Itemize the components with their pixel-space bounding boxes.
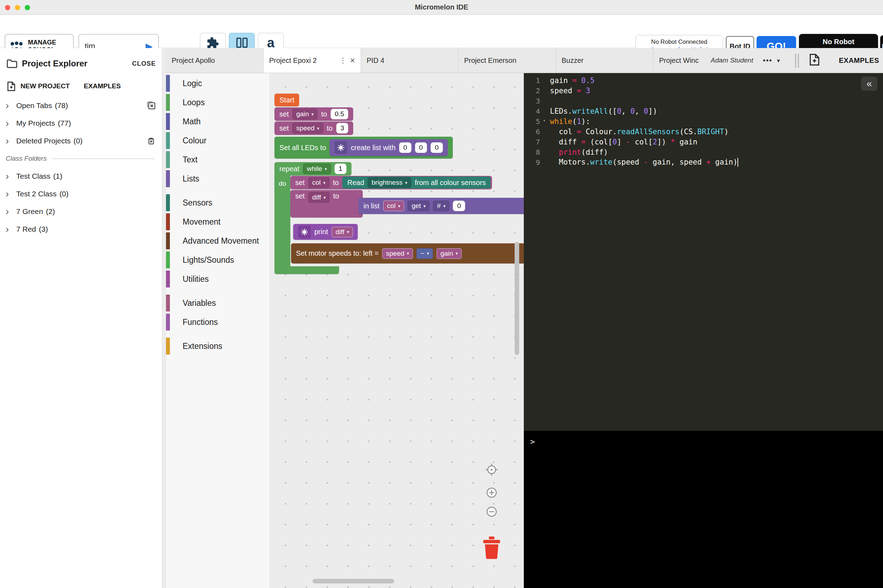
close-all-tabs-icon[interactable] — [146, 100, 156, 111]
editor-tab[interactable]: Project Epoxi 2 ⋮ × — [264, 48, 361, 73]
sidebar-item-class-folder[interactable]: › Test 2 Class (0) — [0, 185, 162, 203]
blockly-workspace[interactable]: Start set gain▾ to 0.5 set speed▾ to 3 S… — [270, 73, 524, 588]
chevron-right-icon[interactable]: › — [6, 101, 16, 111]
editor-tab[interactable]: PID 4 ⋮ × — [361, 48, 459, 73]
variable-dropdown[interactable]: diff▾ — [308, 192, 330, 203]
palette-category[interactable]: Movement — [166, 212, 270, 231]
new-tab-button[interactable] — [809, 53, 820, 68]
create-list-block[interactable]: create list with 000 — [330, 139, 448, 156]
code-line[interactable]: 7▾ diff = (col[0] - col[2]) * gain — [524, 136, 883, 147]
variable-dropdown[interactable]: col▾ — [383, 201, 405, 211]
sidebar-item-class-folder[interactable]: › 7 Red (3) — [0, 220, 162, 238]
chevron-right-icon[interactable]: › — [6, 225, 16, 234]
mutator-gear-icon[interactable] — [298, 226, 311, 238]
code-token: - — [626, 138, 635, 146]
code-line[interactable]: 5▾ while(1): — [524, 116, 883, 126]
set-gain-block[interactable]: set gain▾ to 0.5 — [274, 107, 353, 121]
tab-menu-icon[interactable]: ⋮ — [339, 56, 346, 64]
chevron-right-icon[interactable]: › — [6, 118, 16, 128]
editor-tab[interactable]: Project Winc ⋮ × — [654, 48, 706, 73]
repeat-while-block[interactable]: repeat while▾ 1 — [274, 162, 351, 176]
editor-tab[interactable]: Project Emerson ⋮ × — [459, 48, 556, 73]
print-block[interactable]: print diff▾ — [293, 224, 358, 240]
editor-tab[interactable]: Buzzer ⋮ × — [556, 48, 654, 73]
sidebar-item-my-projects[interactable]: › My Projects (77) — [0, 114, 162, 132]
set-diff-block[interactable]: set diff▾ to in list col▾ get▾ #▾ 0 — [290, 190, 363, 218]
list-op-dropdown[interactable]: get▾ — [408, 201, 429, 211]
in-list-get-block[interactable]: in list col▾ get▾ #▾ 0 — [358, 198, 524, 214]
palette-category[interactable]: Colour — [166, 131, 270, 150]
operator-dropdown[interactable]: −▾ — [417, 248, 433, 259]
number-field[interactable]: 0.5 — [331, 109, 348, 119]
number-field[interactable]: 3 — [336, 123, 349, 134]
tab-overflow-button[interactable]: ••• ▼ — [763, 57, 781, 64]
list-value-field[interactable]: 0 — [399, 142, 411, 153]
variable-dropdown[interactable]: gain▾ — [436, 248, 462, 259]
trash-icon[interactable] — [482, 537, 501, 561]
palette-category[interactable]: Advanced Movement — [166, 231, 270, 250]
empty-trash-icon[interactable] — [146, 136, 156, 146]
list-value-field[interactable]: 0 — [430, 142, 443, 153]
palette-category[interactable]: Sensors — [166, 193, 270, 212]
mutator-gear-icon[interactable] — [334, 141, 347, 154]
workspace-horizontal-scrollbar[interactable] — [313, 579, 394, 584]
zoom-reset-button[interactable] — [484, 463, 499, 478]
palette-category[interactable]: Functions — [166, 312, 270, 332]
palette-category[interactable]: Math — [166, 112, 270, 131]
variable-dropdown[interactable]: speed▾ — [292, 123, 323, 134]
number-field[interactable]: 1 — [334, 164, 347, 174]
loop-mode-dropdown[interactable]: while▾ — [303, 164, 331, 174]
sidebar-item-deleted-projects[interactable]: › Deleted Projects (0) — [0, 132, 162, 150]
workspace-vertical-scrollbar[interactable] — [514, 242, 519, 355]
index-mode-dropdown[interactable]: #▾ — [433, 201, 449, 211]
editor-tab[interactable]: Project Apollo ⋮ × — [166, 48, 264, 73]
set-all-leds-block[interactable]: Set all LEDs to create list with 000 — [274, 136, 453, 159]
sidebar-item-open-tabs[interactable]: › Open Tabs (78) — [0, 97, 162, 114]
sidebar-item-class-folder[interactable]: › Test Class (1) — [0, 167, 162, 185]
palette-category[interactable]: Utilities — [166, 270, 270, 288]
code-line[interactable]: 4▾ LEDs.writeAll([0, 0, 0]) — [524, 106, 883, 116]
collapse-panel-button[interactable]: « — [861, 76, 877, 91]
new-project-button[interactable]: NEW PROJECT — [21, 82, 70, 90]
code-line[interactable]: 8▾ print(diff) — [524, 147, 883, 157]
chevron-right-icon[interactable]: › — [6, 136, 16, 146]
examples-button[interactable]: EXAMPLES — [839, 57, 879, 64]
fold-icon[interactable]: ▾ — [543, 118, 546, 123]
sensor-mode-dropdown[interactable]: brightness▾ — [368, 177, 411, 188]
sidebar-close-button[interactable]: CLOSE — [132, 60, 156, 68]
set-speed-block[interactable]: set speed▾ to 3 — [274, 122, 353, 135]
set-motor-speeds-block[interactable]: Set motor speeds to: left = speed▾ −▾ ga… — [291, 243, 524, 264]
code-editor[interactable]: 1▾ gain = 0.5 2▾ speed = 3 3▾ 4▾ LEDs.wr… — [524, 73, 883, 431]
list-value-field[interactable]: 0 — [415, 142, 427, 153]
code-line[interactable]: 3▾ — [524, 96, 883, 106]
palette-category[interactable]: Loops — [166, 93, 270, 112]
palette-category[interactable]: Lights/Sounds — [166, 250, 270, 270]
chevron-right-icon[interactable]: › — [6, 189, 16, 199]
chevron-right-icon[interactable]: › — [6, 172, 16, 181]
palette-category[interactable]: Extensions — [166, 336, 270, 356]
code-line[interactable]: 1▾ gain = 0.5 — [524, 75, 883, 86]
sidebar-splitter[interactable] — [163, 48, 166, 588]
code-line[interactable]: 2▾ speed = 3 — [524, 86, 883, 96]
chevron-right-icon[interactable]: › — [6, 207, 16, 216]
start-block[interactable]: Start — [274, 94, 299, 106]
console-output[interactable]: > — [524, 431, 883, 588]
read-colour-sensors-block[interactable]: Read brightness▾ from all colour sensors — [342, 177, 490, 189]
variable-dropdown[interactable]: col▾ — [308, 177, 330, 188]
sidebar-item-class-folder[interactable]: › 7 Green (2) — [0, 203, 162, 220]
code-line[interactable]: 9▾ Motors.write(speed - gain, speed + ga… — [524, 157, 883, 167]
palette-category[interactable]: Lists — [166, 169, 270, 188]
code-line[interactable]: 6▾ col = Colour.readAllSensors(CS.BRIGHT… — [524, 126, 883, 136]
palette-category[interactable]: Text — [166, 150, 270, 169]
number-field[interactable]: 0 — [453, 201, 465, 211]
zoom-in-button[interactable] — [484, 486, 499, 501]
zoom-out-button[interactable] — [484, 505, 499, 520]
sidebar-examples-button[interactable]: EXAMPLES — [84, 82, 121, 90]
palette-category[interactable]: Logic — [166, 74, 270, 93]
tab-close-icon[interactable]: × — [350, 56, 355, 65]
set-col-block[interactable]: set col▾ to Read brightness▾ from all co… — [290, 176, 492, 189]
variable-dropdown[interactable]: gain▾ — [292, 109, 318, 119]
variable-dropdown[interactable]: speed▾ — [382, 248, 413, 259]
variable-dropdown[interactable]: diff▾ — [332, 227, 353, 237]
palette-category[interactable]: Variables — [166, 294, 270, 312]
